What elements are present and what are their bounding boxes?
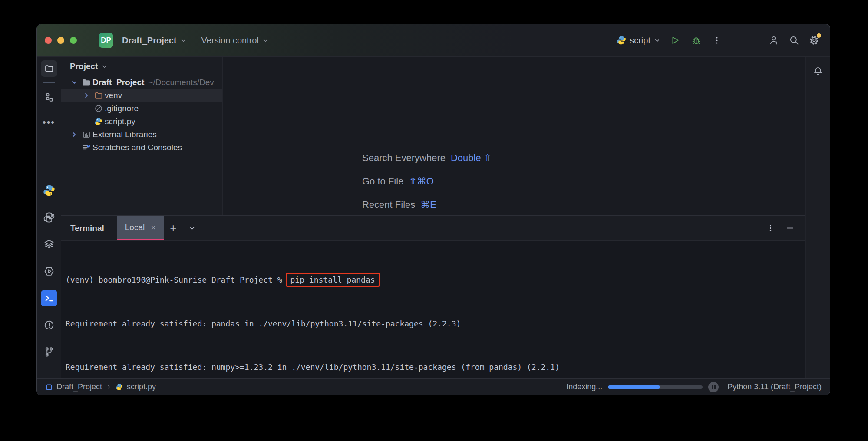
module-icon (46, 384, 53, 391)
breadcrumb: Draft_Project script.py (46, 382, 156, 392)
more-tool-windows-button[interactable]: ••• (43, 117, 55, 128)
project-menu-label: Draft_Project (122, 36, 177, 46)
chevron-right-icon (106, 384, 112, 390)
terminal-line: Requirement already satisfied: pandas in… (66, 316, 805, 331)
indexing-progress-fill (608, 385, 660, 389)
titlebar: DP Draft_Project Version control script (37, 24, 830, 57)
close-tab-icon[interactable]: × (151, 223, 156, 233)
project-path: ~/Documents/Dev (148, 78, 214, 87)
interpreter-selector[interactable]: Python 3.11 (Draft_Project) (727, 382, 822, 392)
right-tool-rail (805, 57, 830, 378)
run-button[interactable] (667, 32, 684, 49)
search-icon (789, 35, 799, 46)
folder-icon (94, 91, 103, 100)
terminal-line: (venv) boombro190@Pink-Sunrise Draft_Pro… (66, 273, 805, 287)
git-branch-icon (43, 346, 55, 358)
chevron-down-icon (71, 79, 78, 86)
minimize-window-button[interactable] (57, 37, 64, 44)
run-configuration-selector[interactable]: script (614, 34, 663, 47)
chevron-down-icon (101, 63, 108, 70)
hint-label: Go to File (362, 176, 403, 187)
python-packages-tool-button[interactable] (41, 182, 57, 199)
project-tool-button[interactable] (41, 60, 57, 77)
hint-shortcut: ⇧⌘O (409, 176, 434, 187)
close-window-button[interactable] (45, 37, 52, 44)
terminal-icon (44, 293, 54, 303)
layers-icon (43, 239, 55, 250)
hide-terminal-icon[interactable] (786, 224, 794, 232)
project-panel-header[interactable]: Project (61, 57, 222, 76)
breadcrumb-file[interactable]: script.py (127, 382, 156, 392)
highlighted-command: pip install pandas (286, 273, 380, 287)
tree-row-external-libraries[interactable]: External Libraries (61, 128, 222, 141)
indexing-progress-bar (608, 385, 703, 389)
tree-row-scratches[interactable]: Scratches and Consoles (61, 141, 222, 154)
python-icon (43, 184, 55, 197)
tree-row-draft-project[interactable]: Draft_Project ~/Documents/Dev (61, 76, 222, 89)
hint-label: Search Everywhere (362, 152, 446, 164)
python-outline-icon (43, 212, 55, 223)
traffic-lights (45, 37, 77, 44)
folder-icon (44, 64, 54, 73)
settings-button[interactable] (805, 32, 823, 49)
rail-divider (43, 82, 55, 83)
run-play-icon (670, 36, 680, 45)
python-file-icon (116, 383, 123, 391)
ignored-file-icon (94, 104, 103, 113)
project-menu[interactable]: Draft_Project (119, 33, 190, 48)
new-terminal-tab-button[interactable]: + (164, 216, 183, 240)
chevron-down-icon (188, 224, 196, 232)
bell-icon (813, 66, 823, 76)
python-icon (617, 36, 626, 45)
hint-label: Recent Files (362, 199, 415, 211)
tree-row-venv[interactable]: venv (61, 89, 222, 102)
terminal-tool-button[interactable] (41, 290, 57, 306)
run-tool-button[interactable] (41, 263, 57, 280)
hint-shortcut: ⌘E (420, 199, 436, 211)
breadcrumb-project[interactable]: Draft_Project (56, 382, 102, 392)
folder-icon (82, 78, 91, 87)
search-everywhere-button[interactable] (785, 32, 803, 49)
chevron-down-icon (654, 37, 660, 44)
code-with-me-button[interactable] (766, 32, 783, 49)
terminal-options-kebab-icon[interactable] (766, 224, 775, 232)
chevron-down-icon (180, 37, 187, 44)
left-tool-rail: ••• (37, 57, 61, 378)
terminal-tab-options-button[interactable] (183, 216, 202, 240)
terminal-tab-label: Local (125, 223, 145, 232)
services-tool-button[interactable] (41, 236, 57, 253)
keyboard-hints: Search Everywhere Double ⇧ Go to File ⇧⌘… (362, 151, 492, 211)
settings-notification-dot (817, 33, 821, 38)
structure-tool-button[interactable] (41, 89, 57, 105)
terminal-tab-local[interactable]: Local × (117, 216, 164, 240)
version-control-label: Version control (201, 36, 259, 46)
project-tree: Draft_Project ~/Documents/Dev venv .giti… (61, 76, 222, 154)
problems-icon (43, 319, 55, 331)
tree-row-gitignore[interactable]: .gitignore (61, 102, 222, 115)
structure-icon (44, 92, 54, 102)
version-control-menu[interactable]: Version control (198, 33, 272, 48)
person-add-icon (769, 35, 779, 46)
debug-button[interactable] (687, 32, 705, 49)
terminal-line: Requirement already satisfied: numpy>=1.… (66, 360, 805, 375)
version-control-tool-button[interactable] (41, 344, 57, 360)
python-file-icon (94, 118, 102, 126)
pause-indexing-button[interactable] (708, 382, 719, 392)
zoom-window-button[interactable] (70, 37, 77, 44)
libraries-icon (82, 130, 91, 139)
python-console-tool-button[interactable] (41, 209, 57, 226)
more-actions-button[interactable] (708, 32, 726, 49)
indexing-label: Indexing... (566, 382, 602, 392)
editor-area[interactable]: Search Everywhere Double ⇧ Go to File ⇧⌘… (223, 57, 805, 215)
run-configuration-name: script (630, 36, 650, 46)
tree-row-script-py[interactable]: script.py (61, 115, 222, 128)
problems-tool-button[interactable] (41, 317, 57, 333)
project-badge: DP (99, 33, 113, 48)
terminal-title: Terminal (61, 216, 117, 240)
notifications-button[interactable] (810, 63, 826, 79)
terminal-header: Terminal Local × + (61, 216, 805, 241)
terminal-output[interactable]: (venv) boombro190@Pink-Sunrise Draft_Pro… (61, 241, 805, 378)
terminal-panel: Terminal Local × + (venv) boombr (61, 215, 805, 378)
chevron-right-icon (83, 92, 90, 99)
kebab-menu-icon (713, 36, 721, 45)
